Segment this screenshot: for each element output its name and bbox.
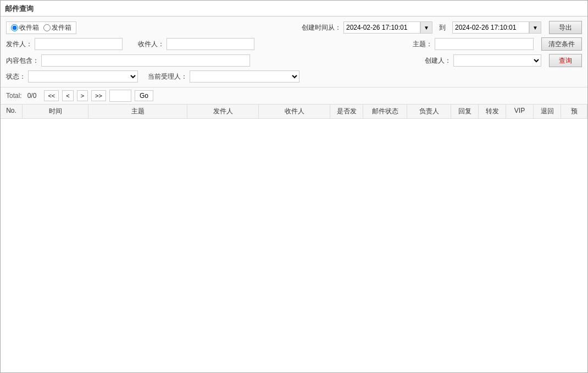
to-label: 到 xyxy=(439,23,446,32)
pagination-bar: Total: 0/0 << < > >> Go xyxy=(1,87,587,105)
recipient-label: 收件人： xyxy=(138,40,164,49)
status-group: 状态： xyxy=(6,70,138,83)
col-header-reply: 回复 xyxy=(451,105,479,118)
col-header-recipient: 收件人 xyxy=(259,105,330,118)
recipient-group: 收件人： xyxy=(138,38,254,50)
create-time-from-group: 创建时间从： ▼ xyxy=(302,21,432,34)
create-time-from-input[interactable] xyxy=(343,21,420,34)
last-page-button[interactable]: >> xyxy=(91,90,106,101)
content-input[interactable] xyxy=(41,54,250,67)
current-handler-group: 当前受理人： xyxy=(148,70,299,83)
sender-group: 发件人： xyxy=(6,38,123,50)
filter-row-1: 收件箱 发件箱 创建时间从： ▼ 到 xyxy=(6,21,582,34)
subject-label: 主题： xyxy=(413,40,432,49)
inbox-radio[interactable] xyxy=(11,24,18,31)
status-label: 状态： xyxy=(6,72,26,81)
subject-group: 主题： xyxy=(413,38,534,50)
col-header-subject: 主题 xyxy=(88,105,187,118)
mailbox-radio-group: 收件箱 发件箱 xyxy=(6,21,76,34)
create-time-to-input[interactable] xyxy=(452,21,529,34)
total-value: 0/0 xyxy=(27,92,37,100)
col-header-return: 退回 xyxy=(534,105,561,118)
page-number-input[interactable] xyxy=(109,90,131,102)
subject-input[interactable] xyxy=(435,38,534,50)
col-header-handler: 负责人 xyxy=(407,105,451,118)
col-header-no: No. xyxy=(1,105,23,118)
create-time-to-calendar-btn[interactable]: ▼ xyxy=(529,21,541,34)
inbox-radio-label[interactable]: 收件箱 xyxy=(11,23,39,32)
col-header-vip: VIP xyxy=(506,105,534,118)
creator-group: 创建人： xyxy=(425,54,541,67)
col-header-time: 时间 xyxy=(23,105,88,118)
col-header-forward: 转发 xyxy=(479,105,506,118)
total-label: Total: xyxy=(6,92,22,100)
col-header-sent: 是否发 xyxy=(330,105,363,118)
table-body xyxy=(1,119,587,350)
title-bar: 邮件查询 xyxy=(1,1,587,17)
filter-row-3: 内容包含： 创建人： 查询 xyxy=(6,54,582,67)
create-time-to-wrapper: ▼ xyxy=(452,21,541,34)
creator-label: 创建人： xyxy=(425,56,451,65)
query-button[interactable]: 查询 xyxy=(549,54,582,67)
current-handler-label: 当前受理人： xyxy=(148,72,187,81)
outbox-radio[interactable] xyxy=(43,24,51,31)
sender-input[interactable] xyxy=(35,38,123,50)
clear-button[interactable]: 清空条件 xyxy=(541,37,582,51)
content-label: 内容包含： xyxy=(6,56,39,65)
creator-select[interactable] xyxy=(453,54,541,67)
table-header: No. 时间 主题 发件人 收件人 是否发 邮件状态 负责人 回复 转发 VIP… xyxy=(1,105,587,119)
status-select[interactable] xyxy=(28,70,138,83)
content-group: 内容包含： xyxy=(6,54,250,67)
prev-page-button[interactable]: < xyxy=(62,90,73,101)
create-time-to-group: ▼ xyxy=(452,21,541,34)
create-time-from-wrapper: ▼ xyxy=(343,21,432,34)
current-handler-select[interactable] xyxy=(190,70,299,83)
main-window: 邮件查询 收件箱 发件箱 创建时间从： xyxy=(0,0,588,373)
first-page-button[interactable]: << xyxy=(44,90,59,101)
page-title: 邮件查询 xyxy=(5,4,34,13)
col-header-mail-status: 邮件状态 xyxy=(363,105,407,118)
filter-row-4: 状态： 当前受理人： xyxy=(6,70,582,83)
sender-label: 发件人： xyxy=(6,40,32,49)
create-time-from-calendar-btn[interactable]: ▼ xyxy=(420,21,432,34)
outbox-radio-label[interactable]: 发件箱 xyxy=(43,23,71,32)
col-header-sender: 发件人 xyxy=(187,105,259,118)
export-button[interactable]: 导出 xyxy=(549,21,582,34)
create-time-from-label: 创建时间从： xyxy=(302,23,341,32)
col-header-preview: 预 xyxy=(561,105,587,118)
recipient-input[interactable] xyxy=(167,38,254,50)
next-page-button[interactable]: > xyxy=(77,90,88,101)
go-button[interactable]: Go xyxy=(135,90,153,101)
filter-section: 收件箱 发件箱 创建时间从： ▼ 到 xyxy=(1,17,587,87)
filter-row-2: 发件人： 收件人： 主题： 清空条件 xyxy=(6,37,582,51)
